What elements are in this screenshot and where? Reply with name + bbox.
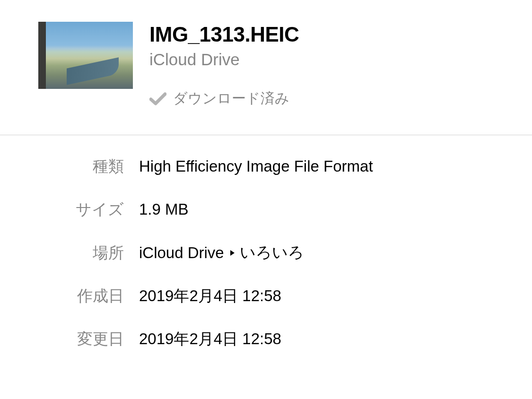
label-kind: 種類 (24, 156, 139, 177)
download-status: ダウンロード済み (149, 89, 299, 108)
breadcrumb-separator-icon (230, 250, 235, 256)
file-thumbnail[interactable] (38, 22, 133, 89)
info-row-created: 作成日 2019年2月4日 12:58 (24, 286, 508, 307)
value-created: 2019年2月4日 12:58 (139, 286, 281, 307)
value-size: 1.9 MB (139, 200, 189, 218)
file-info-header: IMG_1313.HEIC iCloud Drive ダウンロード済み (0, 0, 532, 132)
file-info-list: 種類 High Efficiency Image File Format サイズ… (0, 135, 532, 350)
checkmark-icon (149, 92, 166, 105)
info-row-modified: 変更日 2019年2月4日 12:58 (24, 329, 508, 350)
info-row-location: 場所 iCloud Drive いろいろ (24, 242, 508, 264)
location-root: iCloud Drive (139, 244, 224, 262)
label-created: 作成日 (24, 286, 139, 307)
value-modified: 2019年2月4日 12:58 (139, 329, 281, 350)
info-row-kind: 種類 High Efficiency Image File Format (24, 156, 508, 177)
download-status-text: ダウンロード済み (173, 89, 289, 108)
value-location[interactable]: iCloud Drive いろいろ (139, 242, 304, 263)
header-text-block: IMG_1313.HEIC iCloud Drive ダウンロード済み (149, 22, 299, 108)
label-modified: 変更日 (24, 329, 139, 350)
label-location: 場所 (24, 243, 139, 264)
file-source: iCloud Drive (149, 50, 299, 69)
location-sub: いろいろ (240, 242, 304, 263)
label-size: サイズ (24, 199, 139, 220)
info-row-size: サイズ 1.9 MB (24, 199, 508, 220)
file-name: IMG_1313.HEIC (149, 23, 299, 46)
value-kind: High Efficiency Image File Format (139, 157, 373, 175)
